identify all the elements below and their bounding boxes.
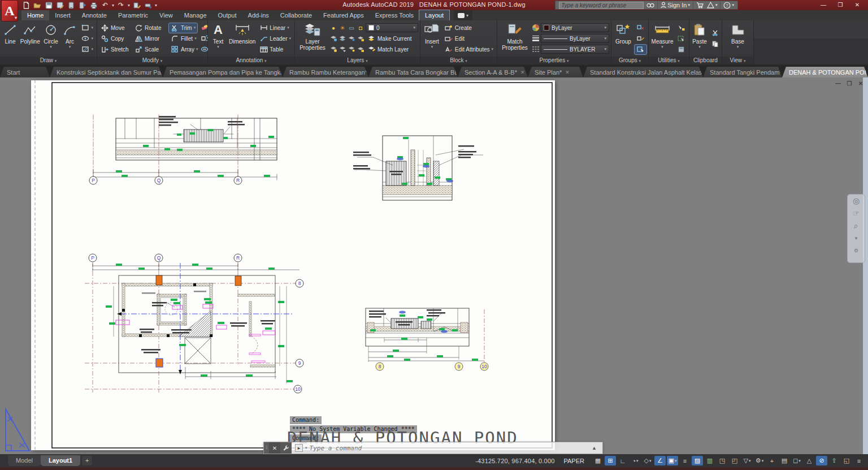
polyline-button[interactable]: Polyline	[20, 21, 40, 55]
tab-featured-apps[interactable]: Featured Apps	[318, 10, 370, 20]
insert-button[interactable]: Insert ▾	[422, 21, 442, 55]
panel-title-draw[interactable]: Draw ▾	[0, 57, 97, 64]
layout1-tab[interactable]: Layout1	[41, 455, 80, 466]
panel-title-annotation[interactable]: Annotation ▾	[208, 57, 294, 64]
model-tab[interactable]: Model	[8, 455, 41, 466]
group-button[interactable]: Group	[613, 21, 633, 55]
tab-collaborate[interactable]: Collaborate	[275, 10, 318, 20]
linear-button[interactable]: Linear▾	[258, 23, 293, 33]
layer-viewport-icon[interactable]: ▭	[348, 24, 355, 32]
circle-dropdown[interactable]: ▾	[50, 45, 52, 49]
match-properties-button[interactable]: Match Properties	[499, 21, 531, 55]
paste-dropdown[interactable]: ▾	[698, 45, 701, 49]
trim-button[interactable]: Trim▾	[169, 23, 197, 33]
file-tab[interactable]: Standard Konstruksi Jalan Asphalt Kelas …	[583, 67, 703, 77]
undo-dropdown[interactable]: ▾	[112, 3, 114, 8]
redo-button[interactable]: ↷	[116, 1, 125, 10]
panel-title-block[interactable]: Block ▾	[420, 57, 497, 64]
file-tab-active[interactable]: DENAH & POTONGAN PON	[782, 67, 868, 77]
edit-block-button[interactable]: Edit	[443, 34, 495, 44]
drawing-viewport[interactable]: P Q R	[0, 77, 868, 454]
ungroup-button[interactable]	[635, 23, 646, 33]
customization-menu-button[interactable]: ≡	[853, 456, 865, 465]
command-customize-button[interactable]	[280, 442, 292, 454]
new-file-button[interactable]	[21, 1, 31, 10]
table-button[interactable]: Table	[258, 45, 293, 54]
layer-off-icon[interactable]	[348, 35, 355, 42]
file-tab[interactable]: Site Plan*✕	[528, 67, 583, 77]
file-tab[interactable]: Section A-A & B-B*✕	[458, 67, 528, 77]
quick-select-button[interactable]	[675, 34, 687, 44]
grid-toggle[interactable]: ▦	[592, 456, 604, 465]
tab-layout[interactable]: Layout	[419, 10, 449, 20]
rectangle-button[interactable]: ▾	[79, 23, 95, 33]
ortho-toggle[interactable]: ∟	[617, 456, 628, 465]
layer-walk-icon[interactable]	[329, 45, 337, 53]
dimension-button[interactable]: Dimension	[228, 21, 257, 55]
ellipse-button[interactable]: ▾	[79, 34, 95, 44]
panel-title-view[interactable]: View ▾	[722, 57, 753, 64]
exchange-dropdown[interactable]: ▾	[715, 3, 718, 7]
layer-properties-button[interactable]: Layer Properties	[297, 21, 328, 55]
linetype-select[interactable]: BYLAYER ▾	[541, 45, 609, 54]
text-dropdown[interactable]: ▾	[217, 45, 219, 49]
file-tab[interactable]: Rambu Tata Cara Bongkar BBM*✕	[368, 67, 458, 77]
open-from-mobile-button[interactable]	[78, 1, 87, 10]
panel-title-utilities[interactable]: Utilities ▾	[649, 57, 689, 64]
layer-thaw-icon[interactable]: ☀	[338, 24, 346, 32]
plot-button[interactable]	[89, 1, 98, 10]
quick-calculator-button[interactable]	[675, 45, 687, 54]
line-button[interactable]: Line	[2, 21, 19, 55]
panel-title-groups[interactable]: Groups ▾	[611, 57, 648, 64]
layer-unlock2-icon[interactable]	[357, 45, 364, 53]
minimize-button[interactable]: —	[815, 0, 832, 10]
application-menu-button[interactable]: A ▾	[1, 0, 18, 21]
fillet-dropdown[interactable]: ▾	[194, 36, 197, 41]
lock-ui-button[interactable]: ◻▾	[791, 456, 802, 465]
help-dropdown[interactable]: ▾	[732, 3, 734, 7]
object-snap-toggle[interactable]: ▣▾	[667, 456, 678, 465]
polar-tracking-toggle[interactable]: ◔▾	[630, 456, 641, 465]
navigation-wheel-icon[interactable]: ◎	[853, 196, 860, 205]
layer-unlock-icon[interactable]: ◘	[357, 24, 364, 32]
lineweight-select[interactable]: ByLayer ▾	[541, 34, 609, 43]
copy-button[interactable]: Copy	[99, 34, 132, 44]
command-input[interactable]	[310, 445, 590, 452]
dynamic-ucs-toggle[interactable]: ◰	[729, 456, 740, 465]
annotation-scale-button[interactable]: △	[804, 456, 815, 465]
paper-sheet[interactable]: P Q R	[31, 80, 555, 450]
trusted-locations-button[interactable]: ⇪	[828, 456, 840, 465]
open-file-button[interactable]	[33, 1, 42, 10]
copy-clip-button[interactable]	[709, 39, 721, 49]
osnap-tracking-toggle[interactable]: ∠	[654, 456, 666, 465]
batch-plot-button[interactable]	[144, 1, 153, 10]
text-button[interactable]: A Text ▾	[210, 21, 227, 55]
app-store-button[interactable]	[696, 2, 704, 8]
arc-dropdown[interactable]: ▾	[69, 45, 71, 49]
close-tab-icon[interactable]: ✕	[565, 67, 570, 77]
scale-button[interactable]: Scale	[133, 45, 168, 54]
graphics-performance-toggle[interactable]: ⊘	[816, 456, 827, 465]
paper-space-toggle[interactable]: PAPER	[561, 456, 588, 465]
command-close-button[interactable]: ✕	[269, 442, 280, 454]
drawing-close-button[interactable]: ✕	[857, 80, 865, 87]
command-line-bar[interactable]: ⦙⦙ ✕ ▸ ▾ ▲	[263, 442, 603, 454]
navbar-more-icon[interactable]: ▾	[855, 234, 858, 243]
drawing-restore-button[interactable]: ❐	[845, 80, 853, 87]
rotate-button[interactable]: Rotate	[133, 23, 168, 33]
circle-button[interactable]: Circle ▾	[41, 21, 60, 55]
tab-manage[interactable]: Manage	[179, 10, 212, 20]
panel-title-modify[interactable]: Modify ▾	[97, 57, 207, 64]
navbar-gear-icon[interactable]: ⚙	[854, 246, 858, 255]
annotation-visibility-button[interactable]: +	[766, 456, 778, 465]
help-button[interactable]: ?▾	[723, 2, 734, 9]
pan-hand-icon[interactable]: ☞	[853, 209, 860, 218]
panel-title-layers[interactable]: Layers ▾	[295, 57, 420, 64]
create-block-button[interactable]: Create	[443, 23, 495, 33]
save-button[interactable]	[44, 1, 53, 10]
drawing-minimize-button[interactable]: —	[834, 80, 842, 87]
tab-output[interactable]: Output	[212, 10, 242, 20]
sign-in-button[interactable]: Sign In ▾	[661, 2, 690, 8]
file-tab[interactable]: Standard Tangki Pendam*✕	[703, 67, 782, 77]
layer-merge-icon[interactable]	[348, 45, 355, 53]
